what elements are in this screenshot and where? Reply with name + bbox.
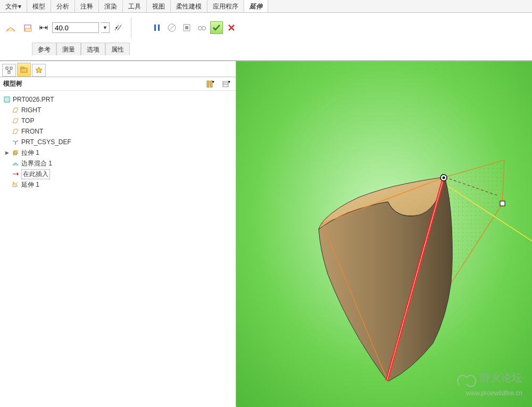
- tree-settings-icon[interactable]: ▾: [204, 78, 217, 90]
- main-area: 模型树 ▾ ▾ PRT0026.PRT RIGHT TOP FRONT: [0, 61, 532, 406]
- subtab-reference[interactable]: 参考: [32, 43, 56, 55]
- cancel-button[interactable]: [225, 21, 238, 34]
- svg-rect-35: [4, 97, 10, 102]
- part-icon: [3, 96, 11, 103]
- svg-line-39: [15, 140, 18, 142]
- tree-tab-folder-icon[interactable]: [17, 63, 31, 77]
- datum-plane-icon: [12, 117, 19, 124]
- extend-feature-icon: ✶: [12, 181, 19, 188]
- svg-marker-27: [36, 67, 42, 73]
- insert-arrow-icon: [12, 170, 19, 178]
- svg-rect-10: [158, 24, 160, 31]
- right-label: RIGHT: [21, 106, 41, 114]
- svg-point-16: [202, 27, 206, 30]
- tree-display-icon[interactable]: ▾: [220, 78, 232, 90]
- menu-annotate[interactable]: 注释: [75, 0, 99, 12]
- svg-marker-5: [45, 26, 47, 29]
- subtab-options[interactable]: 选项: [81, 43, 105, 55]
- svg-line-24: [9, 69, 11, 71]
- dimension-icon[interactable]: [37, 21, 50, 34]
- expander-icon[interactable]: ▶: [4, 150, 10, 155]
- root-label: PRT0026.PRT: [13, 96, 54, 103]
- svg-rect-9: [154, 24, 156, 31]
- svg-marker-45: [17, 172, 19, 176]
- extrude-icon: [12, 149, 19, 156]
- tree-node-insert[interactable]: 在此插入: [2, 169, 234, 179]
- svg-point-15: [198, 27, 202, 30]
- subtab-properties[interactable]: 属性: [105, 43, 130, 55]
- no-preview-icon[interactable]: [165, 21, 178, 34]
- viewport-scene: [236, 61, 532, 407]
- tree-body: PRT0026.PRT RIGHT TOP FRONT PRT_CSYS_DEF…: [0, 91, 236, 193]
- menu-extend-active[interactable]: 延伸: [244, 0, 268, 12]
- svg-line-12: [169, 25, 174, 30]
- ribbon-separator: [131, 17, 131, 38]
- subtab-measure[interactable]: 测量: [56, 43, 81, 55]
- datum-plane-icon: [12, 128, 19, 135]
- main-menu-bar: 文件▾ 模型 分析 注释 渲染 工具 视图 柔性建模 应用程序 延伸: [0, 0, 532, 13]
- svg-rect-0: [25, 28, 31, 31]
- svg-rect-28: [207, 81, 209, 87]
- svg-text:▾: ▾: [228, 80, 230, 84]
- blend-label: 边界混合 1: [21, 159, 52, 168]
- menu-model[interactable]: 模型: [27, 0, 51, 12]
- tree-node-top[interactable]: TOP: [2, 115, 234, 126]
- attached-preview-icon[interactable]: [180, 21, 193, 34]
- svg-marker-37: [13, 119, 18, 123]
- tree-node-extend[interactable]: ✶ 延伸 1: [2, 179, 234, 190]
- tree-tab-favorites-icon[interactable]: [32, 64, 46, 77]
- top-label: TOP: [21, 117, 34, 124]
- ribbon-controls: ▼: [0, 13, 532, 43]
- svg-point-60: [443, 177, 445, 179]
- front-label: FRONT: [21, 128, 43, 135]
- ok-button[interactable]: [210, 21, 223, 34]
- tree-node-extrude[interactable]: ▶ 拉伸 1: [2, 147, 234, 158]
- tree-node-csys[interactable]: PRT_CSYS_DEF: [2, 137, 234, 147]
- svg-rect-14: [185, 26, 188, 29]
- menu-analysis[interactable]: 分析: [51, 0, 75, 12]
- menu-view[interactable]: 视图: [147, 0, 171, 12]
- menu-render[interactable]: 渲染: [99, 0, 123, 12]
- menu-flex[interactable]: 柔性建模: [171, 0, 207, 12]
- tree-node-blend[interactable]: 边界混合 1: [2, 158, 234, 169]
- value-dropdown-icon[interactable]: ▼: [101, 22, 110, 33]
- 3d-viewport[interactable]: 野火论坛 www.proewildfire.cn: [236, 61, 532, 406]
- extend-value-input[interactable]: [52, 22, 99, 33]
- svg-marker-36: [13, 108, 18, 112]
- insert-label: 在此插入: [21, 169, 50, 179]
- boundary-blend-icon: [12, 160, 19, 167]
- svg-text:✶: ✶: [12, 181, 15, 184]
- flip-direction-icon[interactable]: [112, 21, 124, 34]
- svg-rect-26: [21, 67, 24, 69]
- menu-file[interactable]: 文件▾: [0, 0, 27, 12]
- menu-apps[interactable]: 应用程序: [207, 0, 244, 12]
- tree-node-right[interactable]: RIGHT: [2, 105, 234, 115]
- datum-plane-icon: [12, 106, 19, 114]
- tree-root[interactable]: PRT0026.PRT: [2, 94, 234, 105]
- svg-rect-61: [500, 201, 505, 206]
- glasses-preview-icon[interactable]: [195, 21, 208, 34]
- pause-icon[interactable]: [151, 21, 163, 34]
- svg-line-23: [7, 69, 9, 71]
- svg-marker-38: [13, 129, 18, 134]
- extend-mode1-icon[interactable]: [3, 20, 18, 35]
- tree-tab-flowchart-icon[interactable]: [2, 64, 16, 77]
- extend-mode2-icon[interactable]: [20, 20, 35, 35]
- menu-tools[interactable]: 工具: [123, 0, 147, 12]
- svg-rect-31: [223, 81, 228, 87]
- csys-icon: [12, 138, 19, 146]
- svg-rect-21: [10, 67, 12, 69]
- extend-label: 延伸 1: [21, 180, 39, 189]
- tree-header: 模型树 ▾ ▾: [0, 77, 236, 91]
- tree-node-front[interactable]: FRONT: [2, 126, 234, 137]
- svg-rect-20: [6, 67, 8, 69]
- svg-point-8: [116, 27, 118, 29]
- extrude-label: 拉伸 1: [21, 148, 39, 157]
- svg-line-40: [13, 140, 15, 142]
- tree-tab-bar: [0, 61, 236, 77]
- svg-rect-22: [8, 71, 10, 73]
- svg-text:▾: ▾: [212, 80, 214, 84]
- svg-marker-4: [40, 26, 42, 29]
- model-tree-panel: 模型树 ▾ ▾ PRT0026.PRT RIGHT TOP FRONT: [0, 61, 236, 406]
- svg-rect-42: [13, 152, 16, 155]
